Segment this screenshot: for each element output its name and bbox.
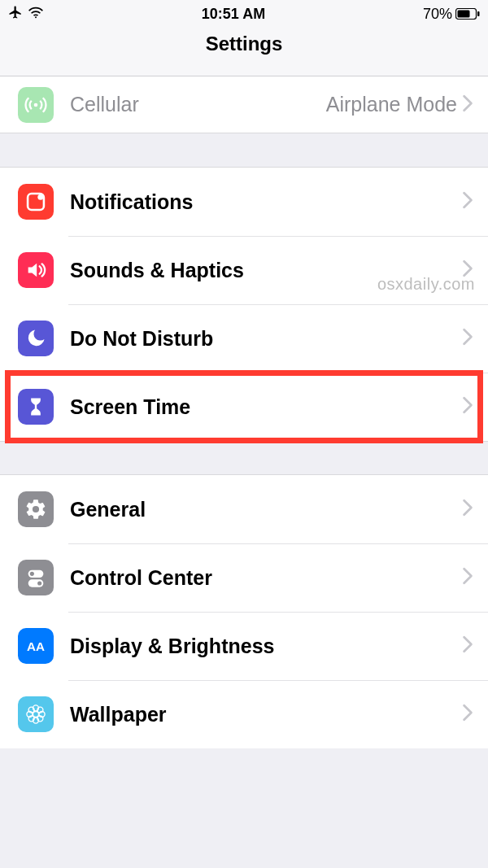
chevron-right-icon [462,396,473,417]
chevron-right-icon [462,94,473,116]
row-label: Notifications [70,190,462,214]
notifications-icon [18,184,54,220]
settings-row-screentime[interactable]: Screen Time [0,373,488,441]
row-label: Sounds & Haptics [70,259,462,282]
chevron-right-icon [462,635,473,656]
settings-row-display[interactable]: AA Display & Brightness [0,612,488,680]
svg-text:AA: AA [27,639,45,653]
general-icon [18,491,54,527]
wifi-icon [28,6,44,23]
cellular-icon [18,87,54,123]
row-label: Display & Brightness [70,635,462,658]
settings-row-controlcenter[interactable]: Control Center [0,543,488,612]
screentime-icon [18,389,54,425]
status-bar: 10:51 AM 70% [0,0,488,28]
svg-point-10 [37,581,41,585]
svg-point-0 [35,16,37,18]
settings-group-1: Notifications Sounds & Haptics Do Not Di… [0,168,488,441]
chevron-right-icon [462,567,473,588]
settings-row-notifications[interactable]: Notifications [0,168,488,236]
chevron-right-icon [462,499,473,520]
svg-rect-3 [477,11,480,16]
cellular-detail: Airplane Mode [326,93,457,116]
svg-point-6 [37,194,43,200]
row-label: Do Not Disturb [70,327,462,351]
settings-row-sounds[interactable]: Sounds & Haptics [0,236,488,304]
sounds-icon [18,252,54,288]
row-label: Wallpaper [70,703,462,726]
airplane-mode-icon [8,5,23,24]
settings-screen: 10:51 AM 70% Settings Cellular Airplane … [0,0,488,868]
status-left [8,5,44,24]
battery-icon [455,8,480,20]
dnd-icon [18,321,54,356]
svg-point-4 [34,103,38,107]
settings-row-cellular[interactable]: Cellular Airplane Mode [0,76,488,133]
chevron-right-icon [462,328,473,349]
row-label: Screen Time [70,395,462,419]
settings-row-wallpaper[interactable]: Wallpaper [0,680,488,748]
status-time: 10:51 AM [202,6,265,23]
page-title: Settings [206,28,283,55]
status-right: 70% [423,6,480,23]
battery-percent: 70% [423,6,452,23]
row-label: Control Center [70,566,462,590]
controlcenter-icon [18,560,54,595]
settings-group-2: General Control Center AA Display & Brig… [0,475,488,748]
nav-header: Settings [0,28,488,76]
section-gap [0,441,488,475]
settings-row-dnd[interactable]: Do Not Disturb [0,304,488,373]
display-icon: AA [18,628,54,664]
row-label: General [70,498,462,521]
chevron-right-icon [462,191,473,212]
section-gap [0,133,488,168]
svg-point-8 [30,572,34,576]
wallpaper-icon [18,696,54,732]
chevron-right-icon [462,704,473,725]
svg-rect-2 [458,11,470,18]
cellular-label: Cellular [70,93,326,116]
settings-row-general[interactable]: General [0,475,488,543]
chevron-right-icon [462,260,473,281]
